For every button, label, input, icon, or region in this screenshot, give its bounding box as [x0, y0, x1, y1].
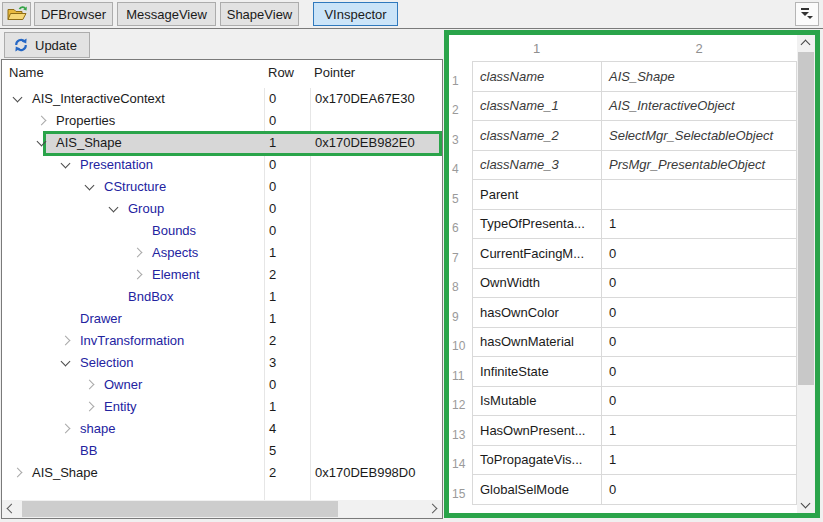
collapse-chevron-icon[interactable]: [13, 93, 23, 103]
property-value-cell[interactable]: AIS_InteractiveObject: [601, 92, 797, 122]
tree-row[interactable]: Bounds0: [2, 220, 442, 242]
table-row[interactable]: 4className_3PrsMgr_PresentableObject: [449, 151, 797, 181]
grid-body: 1classNameAIS_Shape2className_1AIS_Inter…: [449, 62, 797, 505]
table-row[interactable]: 6TypeOfPresenta...1: [449, 210, 797, 240]
tree-row[interactable]: Entity1: [2, 396, 442, 418]
tab-messageview[interactable]: MessageView: [117, 2, 216, 26]
property-value-cell[interactable]: 0: [601, 239, 797, 269]
tree-row[interactable]: AIS_Shape10x170DEB982E0: [2, 132, 442, 154]
property-key-cell[interactable]: className_1: [472, 92, 601, 122]
property-key-cell[interactable]: IsMutable: [472, 387, 601, 417]
property-value-cell[interactable]: 1: [601, 416, 797, 446]
property-key-cell[interactable]: hasOwnMaterial: [472, 328, 601, 358]
scroll-right-icon[interactable]: [428, 504, 438, 514]
tree-row[interactable]: Aspects1: [2, 242, 442, 264]
property-key-cell[interactable]: CurrentFacingM...: [472, 239, 601, 269]
property-value-cell[interactable]: [601, 180, 797, 210]
tree-row[interactable]: Properties0: [2, 110, 442, 132]
tab-dfbrowser[interactable]: DFBrowser: [34, 2, 113, 26]
collapse-chevron-icon[interactable]: [85, 181, 95, 191]
table-row[interactable]: 10hasOwnMaterial0: [449, 328, 797, 358]
table-row[interactable]: 11InfiniteState0: [449, 357, 797, 387]
scroll-up-icon[interactable]: [801, 40, 811, 50]
tree-row[interactable]: AIS_Shape20x170DEB998D0: [2, 462, 442, 484]
tree-row[interactable]: BndBox1: [2, 286, 442, 308]
table-row[interactable]: 13HasOwnPresent...1: [449, 416, 797, 446]
property-value-cell[interactable]: 1: [601, 210, 797, 240]
tree-row[interactable]: shape4: [2, 418, 442, 440]
expand-chevron-icon[interactable]: [61, 424, 71, 434]
tree-item-row-value: 0: [269, 223, 276, 238]
toolbar-overflow-button[interactable]: [795, 2, 819, 26]
scrollbar-thumb[interactable]: [798, 52, 814, 385]
property-key-cell[interactable]: TypeOfPresenta...: [472, 210, 601, 240]
collapse-chevron-icon[interactable]: [61, 357, 71, 367]
expand-chevron-icon[interactable]: [13, 468, 23, 478]
table-row[interactable]: 8OwnWidth0: [449, 269, 797, 299]
expand-chevron-icon[interactable]: [61, 336, 71, 346]
property-value-cell[interactable]: 1: [601, 446, 797, 476]
expand-chevron-icon[interactable]: [133, 248, 143, 258]
property-key-cell[interactable]: hasOwnColor: [472, 298, 601, 328]
row-number: 2: [449, 92, 472, 122]
property-key-cell[interactable]: className: [472, 62, 601, 92]
table-row[interactable]: 14ToPropagateVis...1: [449, 446, 797, 476]
expand-chevron-icon[interactable]: [85, 402, 95, 412]
property-value-cell[interactable]: SelectMgr_SelectableObject: [601, 121, 797, 151]
table-row[interactable]: 3className_2SelectMgr_SelectableObject: [449, 121, 797, 151]
open-file-button[interactable]: [2, 2, 31, 26]
property-value-cell[interactable]: 0: [601, 298, 797, 328]
table-vertical-scrollbar[interactable]: [797, 35, 815, 513]
tree-row[interactable]: InvTransformation2: [2, 330, 442, 352]
expand-chevron-icon[interactable]: [133, 270, 143, 280]
property-value-cell[interactable]: 0: [601, 387, 797, 417]
property-key-cell[interactable]: className_2: [472, 121, 601, 151]
update-button[interactable]: Update: [4, 32, 90, 58]
scroll-down-icon[interactable]: [801, 499, 811, 509]
tree-item-pointer-value: 0x170DEB998D0: [315, 465, 415, 480]
scrollbar-thumb[interactable]: [22, 501, 338, 517]
expand-chevron-icon[interactable]: [85, 380, 95, 390]
tree-row[interactable]: BB5: [2, 440, 442, 462]
tree-row[interactable]: Element2: [2, 264, 442, 286]
property-key-cell[interactable]: HasOwnPresent...: [472, 416, 601, 446]
tree-item-label: Entity: [104, 399, 137, 414]
tree-item-row-value: 0: [269, 179, 276, 194]
property-value-cell[interactable]: 0: [601, 328, 797, 358]
property-key-cell[interactable]: Parent: [472, 180, 601, 210]
tree-horizontal-scrollbar[interactable]: [2, 500, 442, 518]
tree-row[interactable]: Group0: [2, 198, 442, 220]
property-value-cell[interactable]: PrsMgr_PresentableObject: [601, 151, 797, 181]
tab-shapeview[interactable]: ShapeView: [220, 2, 299, 26]
table-row[interactable]: 5Parent: [449, 180, 797, 210]
table-row[interactable]: 7CurrentFacingM...0: [449, 239, 797, 269]
table-row[interactable]: 2className_1AIS_InteractiveObject: [449, 92, 797, 122]
tree-row[interactable]: CStructure0: [2, 176, 442, 198]
table-row[interactable]: 9hasOwnColor0: [449, 298, 797, 328]
property-value-cell[interactable]: 0: [601, 357, 797, 387]
table-row[interactable]: 1classNameAIS_Shape: [449, 62, 797, 92]
tree-row[interactable]: AIS_InteractiveContext00x170DEA67E30: [2, 88, 442, 110]
tab-vinspector[interactable]: VInspector: [313, 2, 398, 26]
property-key-cell[interactable]: className_3: [472, 151, 601, 181]
property-key-cell[interactable]: InfiniteState: [472, 357, 601, 387]
collapse-chevron-icon[interactable]: [109, 203, 119, 213]
property-key-cell[interactable]: ToPropagateVis...: [472, 446, 601, 476]
property-key-cell[interactable]: GlobalSelMode: [472, 475, 601, 505]
tree-row[interactable]: Owner0: [2, 374, 442, 396]
property-value-cell[interactable]: 0: [601, 475, 797, 505]
scroll-left-icon[interactable]: [7, 504, 17, 514]
tree-item-row-value: 0: [269, 157, 276, 172]
table-row[interactable]: 12IsMutable0: [449, 387, 797, 417]
tree-item-row-value: 1: [269, 311, 276, 326]
property-value-cell[interactable]: AIS_Shape: [601, 62, 797, 92]
property-key-cell[interactable]: OwnWidth: [472, 269, 601, 299]
collapse-chevron-icon[interactable]: [61, 159, 71, 169]
tree-row[interactable]: Presentation0: [2, 154, 442, 176]
table-row[interactable]: 15GlobalSelMode0: [449, 475, 797, 505]
tree-row[interactable]: Drawer1: [2, 308, 442, 330]
tree-row[interactable]: Selection3: [2, 352, 442, 374]
row-number: 7: [449, 239, 472, 269]
expand-chevron-icon[interactable]: [37, 116, 47, 126]
property-value-cell[interactable]: 0: [601, 269, 797, 299]
